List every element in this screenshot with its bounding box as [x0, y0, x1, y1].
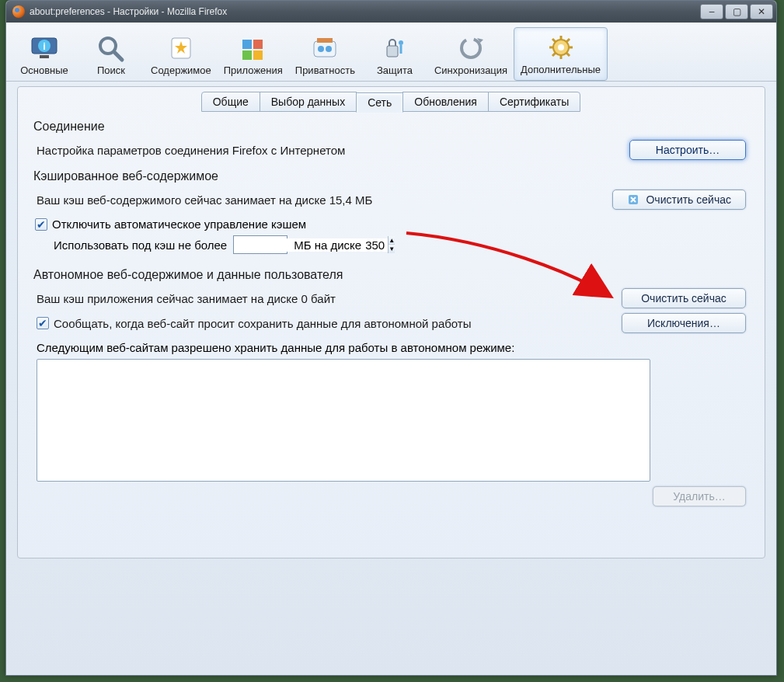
lock-key-icon — [368, 32, 422, 64]
cache-limit-before: Использовать под кэш не более — [54, 238, 227, 252]
category-label: Синхронизация — [434, 64, 507, 76]
subtab-general[interactable]: Общие — [201, 92, 260, 112]
svg-line-28 — [566, 53, 570, 56]
svg-point-13 — [318, 46, 324, 52]
cache-limit-spinner[interactable]: ▲▼ — [388, 236, 395, 253]
svg-point-19 — [462, 39, 480, 57]
category-label: Защита — [368, 64, 422, 76]
subtab-network[interactable]: Сеть — [356, 92, 403, 113]
window-controls: – ▢ ✕ — [700, 4, 773, 19]
category-applications[interactable]: Приложения — [218, 29, 289, 81]
svg-rect-16 — [387, 46, 398, 57]
svg-line-30 — [552, 53, 556, 56]
remove-offline-site-button: Удалить… — [653, 486, 746, 506]
category-label: Поиск — [84, 64, 138, 76]
category-security[interactable]: Защита — [361, 29, 428, 81]
gear-icon — [521, 31, 601, 64]
svg-text:i: i — [43, 40, 46, 52]
sparkle-doc-icon — [151, 32, 211, 64]
offline-exceptions-button[interactable]: Исключения… — [622, 313, 746, 333]
advanced-subtabs: Общие Выбор данных Сеть Обновления Серти… — [30, 92, 752, 112]
offline-status: Ваш кэш приложения сейчас занимает на ди… — [37, 292, 622, 305]
svg-rect-1 — [40, 55, 49, 58]
advanced-panel: Общие Выбор данных Сеть Обновления Серти… — [17, 86, 765, 558]
category-label: Приватность — [295, 64, 355, 76]
window-title: about:preferences - Настройки - Mozilla … — [30, 6, 227, 17]
webcache-status: Ваш кэш веб-содержимого сейчас занимает … — [37, 193, 612, 207]
subtab-updates[interactable]: Обновления — [402, 92, 489, 112]
override-cache-checkbox[interactable]: ✔ — [35, 218, 47, 231]
category-label: Дополнительные — [521, 64, 601, 75]
svg-rect-12 — [314, 41, 336, 57]
category-label: Содержимое — [151, 64, 211, 76]
category-general[interactable]: i Основные — [11, 29, 78, 81]
category-sync[interactable]: Синхронизация — [428, 29, 514, 81]
category-search[interactable]: Поиск — [78, 29, 145, 81]
monitor-info-icon: i — [17, 32, 71, 64]
magnifier-icon — [84, 32, 138, 64]
cache-limit-input[interactable]: ▲▼ — [233, 235, 287, 254]
configure-connection-button[interactable]: Настроить… — [629, 140, 746, 160]
apps-icon — [224, 32, 283, 64]
offline-list-label: Следующим веб-сайтам разрешено хранить д… — [37, 341, 746, 354]
svg-rect-8 — [242, 40, 252, 49]
svg-point-14 — [326, 46, 332, 52]
svg-rect-10 — [242, 50, 252, 60]
category-privacy[interactable]: Приватность — [289, 29, 361, 81]
svg-line-27 — [552, 39, 556, 42]
section-webcache-title: Кэшированное веб-содержимое — [33, 169, 752, 183]
cache-limit-after: МБ на диске — [294, 238, 361, 252]
category-label: Приложения — [224, 64, 283, 76]
override-cache-label: Отключить автоматическое управление кэше… — [52, 217, 306, 231]
clear-offline-button[interactable]: Очистить сейчас — [622, 288, 746, 308]
section-offline-title: Автономное веб-содержимое и данные польз… — [33, 268, 752, 282]
titlebar: about:preferences - Настройки - Mozilla … — [6, 1, 776, 23]
offline-notify-checkbox[interactable]: ✔ — [37, 317, 49, 329]
svg-line-5 — [114, 52, 122, 60]
subtab-certificates[interactable]: Сертификаты — [488, 92, 580, 112]
offline-notify-label: Сообщать, когда веб-сайт просит сохранит… — [54, 317, 472, 330]
preferences-window: about:preferences - Настройки - Mozilla … — [5, 0, 777, 676]
clear-cache-icon — [627, 193, 639, 206]
category-content[interactable]: Содержимое — [145, 29, 218, 81]
subtab-data-choices[interactable]: Выбор данных — [260, 92, 357, 112]
svg-line-29 — [566, 39, 570, 42]
svg-rect-11 — [253, 50, 263, 60]
privacy-mask-icon — [295, 32, 355, 64]
connection-desc: Настройка параметров соединения Firefox … — [37, 144, 629, 157]
minimize-button[interactable]: – — [700, 4, 723, 19]
svg-point-22 — [558, 44, 564, 50]
svg-rect-15 — [317, 38, 333, 43]
category-advanced[interactable]: Дополнительные — [514, 27, 608, 81]
firefox-icon — [12, 5, 25, 18]
close-button[interactable]: ✕ — [750, 4, 773, 19]
section-connection-title: Соединение — [33, 120, 752, 134]
sync-icon — [434, 32, 507, 64]
maximize-button[interactable]: ▢ — [725, 4, 748, 19]
offline-sites-list[interactable] — [37, 359, 650, 482]
svg-point-17 — [399, 40, 403, 45]
svg-rect-9 — [253, 40, 263, 49]
category-toolbar: i Основные Поиск Содержимое Приложения — [6, 23, 776, 82]
category-label: Основные — [17, 64, 71, 76]
clear-webcache-button[interactable]: Очистить сейчас — [612, 190, 746, 210]
